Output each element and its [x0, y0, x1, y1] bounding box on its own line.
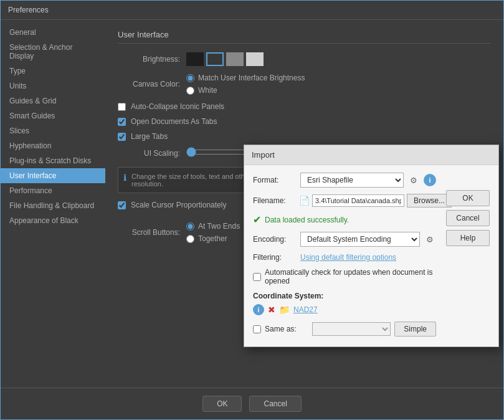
scroll-two-ends: At Two Ends	[186, 222, 240, 231]
coord-system-label: Coordinate System:	[253, 292, 436, 300]
sidebar-item-guides-grid[interactable]: Guides & Grid	[1, 93, 105, 108]
canvas-white-radio[interactable]	[186, 87, 194, 95]
swatch-dark[interactable]	[206, 52, 224, 66]
canvas-white-label: White	[198, 86, 217, 95]
format-label: Format:	[253, 176, 297, 184]
ui-scaling-label: UI Scaling:	[118, 149, 180, 158]
open-docs-tabs-checkbox[interactable]	[118, 118, 126, 126]
auto-collapse-checkbox[interactable]	[118, 103, 126, 111]
brightness-row: Brightness:	[118, 52, 491, 66]
window-title: Preferences	[8, 6, 49, 14]
sidebar-item-general[interactable]: General	[1, 25, 105, 40]
gear-icon: ⚙	[410, 176, 417, 185]
filtering-row: Filtering: Using default filtering optio…	[253, 253, 436, 262]
swatch-medium[interactable]	[226, 52, 244, 66]
canvas-match-radio[interactable]	[186, 74, 194, 82]
scale-cursor-label: Scale Cursor Proportionately	[131, 201, 226, 209]
sidebar-item-slices[interactable]: Slices	[1, 123, 105, 138]
swatch-light[interactable]	[246, 52, 264, 66]
file-icon: 📄	[299, 196, 310, 206]
auto-collapse-label: Auto-Collapse Iconic Panels	[131, 102, 224, 111]
browse-button[interactable]: Browse...	[407, 194, 452, 208]
auto-check-label: Automatically check for updates when doc…	[265, 268, 436, 285]
import-dialog: Import Format: Esri Shapefile ⚙ i Filena…	[244, 145, 499, 347]
window-body: General Selection & Anchor Display Type …	[1, 20, 503, 388]
scroll-together: Together	[186, 234, 240, 243]
scroll-together-radio[interactable]	[186, 235, 194, 243]
preferences-window: Preferences General Selection & Anchor D…	[0, 0, 504, 420]
title-bar: Preferences	[1, 1, 503, 20]
canvas-color-match: Match User Interface Brightness	[186, 74, 305, 82]
sidebar-item-units[interactable]: Units	[1, 79, 105, 93]
ok-button[interactable]: OK	[202, 396, 242, 412]
format-info-icon[interactable]: i	[424, 174, 436, 186]
coord-folder-icon[interactable]: 📁	[279, 305, 290, 315]
filename-row: Filename: 📄 Browse...	[253, 194, 436, 208]
format-row: Format: Esri Shapefile ⚙ i	[253, 173, 436, 188]
sidebar-item-selection-anchor[interactable]: Selection & Anchor Display	[1, 40, 105, 64]
simple-button[interactable]: Simple	[394, 322, 436, 336]
filtering-label: Filtering:	[253, 253, 297, 262]
same-as-select[interactable]	[312, 322, 391, 336]
section-title: User Interface	[118, 30, 491, 44]
coord-icons-row: i ✖ 📁 NAD27	[253, 304, 436, 315]
open-docs-tabs-row: Open Documents As Tabs	[118, 117, 491, 126]
scroll-two-ends-label: At Two Ends	[198, 222, 240, 231]
import-ok-button[interactable]: OK	[446, 190, 490, 206]
cancel-button[interactable]: Cancel	[249, 396, 301, 412]
import-help-button[interactable]: Help	[446, 230, 490, 246]
encoding-label: Encoding:	[253, 235, 297, 244]
scroll-options: At Two Ends Together	[186, 222, 240, 243]
large-tabs-row: Large Tabs	[118, 132, 491, 141]
bottom-buttons: OK Cancel	[1, 388, 503, 419]
info-icon: ℹ	[123, 173, 126, 183]
coord-system-section: Coordinate System: i ✖ 📁 NAD27	[253, 292, 436, 315]
auto-check-checkbox[interactable]	[253, 273, 261, 281]
encoding-gear-icon: ⚙	[426, 235, 434, 244]
auto-check-row: Automatically check for updates when doc…	[253, 268, 436, 285]
sidebar-item-type[interactable]: Type	[1, 64, 105, 79]
coord-info-icon[interactable]: i	[253, 304, 264, 315]
coord-delete-icon[interactable]: ✖	[268, 305, 275, 315]
open-docs-tabs-label: Open Documents As Tabs	[131, 117, 217, 126]
same-as-checkbox[interactable]	[253, 325, 261, 333]
same-as-label: Same as:	[265, 325, 308, 333]
import-cancel-button[interactable]: Cancel	[446, 210, 490, 226]
large-tabs-checkbox[interactable]	[118, 133, 126, 141]
sidebar-item-hyphenation[interactable]: Hyphenation	[1, 138, 105, 153]
scroll-buttons-label: Scroll Buttons:	[118, 228, 180, 237]
format-gear-button[interactable]: ⚙	[407, 174, 420, 186]
same-as-row: Same as: Simple	[253, 322, 436, 336]
scroll-together-label: Together	[198, 234, 227, 243]
dialog-title: Import	[252, 150, 275, 160]
format-select[interactable]: Esri Shapefile	[300, 173, 404, 188]
brightness-swatches	[186, 52, 264, 66]
dialog-body: Format: Esri Shapefile ⚙ i Filename: 📄 B…	[244, 165, 498, 346]
encoding-row: Encoding: Default System Encoding ⚙	[253, 232, 436, 247]
scale-cursor-checkbox[interactable]	[118, 201, 126, 209]
large-tabs-label: Large Tabs	[131, 132, 168, 141]
filename-input[interactable]	[312, 194, 404, 207]
canvas-match-label: Match User Interface Brightness	[198, 74, 305, 82]
swatch-black[interactable]	[186, 52, 204, 66]
checkmark-icon: ✔	[253, 214, 261, 226]
scroll-two-ends-radio[interactable]	[186, 222, 194, 231]
sidebar-item-user-interface[interactable]: User Interface	[1, 168, 105, 183]
sidebar-item-appearance-black[interactable]: Appearance of Black	[1, 213, 105, 228]
sidebar: General Selection & Anchor Display Type …	[1, 20, 105, 388]
brightness-label: Brightness:	[118, 55, 180, 64]
filename-label: Filename:	[253, 196, 297, 205]
sidebar-item-performance[interactable]: Performance	[1, 183, 105, 198]
encoding-gear-button[interactable]: ⚙	[424, 233, 436, 246]
sidebar-item-smart-guides[interactable]: Smart Guides	[1, 108, 105, 123]
dialog-action-buttons: OK Cancel Help	[446, 190, 490, 246]
dialog-title-bar: Import	[244, 145, 498, 165]
canvas-color-options: Match User Interface Brightness White	[186, 74, 305, 95]
sidebar-item-plugins[interactable]: Plug-ins & Scratch Disks	[1, 153, 105, 168]
filtering-link[interactable]: Using default filtering options	[300, 253, 396, 262]
coord-system-link[interactable]: NAD27	[293, 305, 318, 314]
encoding-select[interactable]: Default System Encoding	[300, 232, 420, 247]
canvas-color-row: Canvas Color: Match User Interface Brigh…	[118, 74, 491, 95]
sidebar-item-file-handling[interactable]: File Handling & Clipboard	[1, 198, 105, 213]
auto-collapse-row: Auto-Collapse Iconic Panels	[118, 102, 491, 111]
